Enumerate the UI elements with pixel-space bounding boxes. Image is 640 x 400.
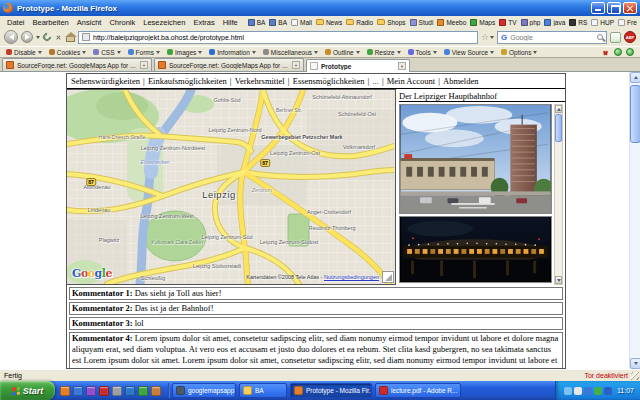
tray-icon[interactable] <box>594 387 602 395</box>
bookmark-item[interactable]: Mail <box>291 19 312 26</box>
devtoolbar-menu[interactable]: Images <box>167 49 202 56</box>
devtoolbar-menu[interactable]: Tools <box>408 49 437 56</box>
minimize-button[interactable] <box>591 2 605 14</box>
status-ok-icon[interactable] <box>614 48 622 56</box>
bookmark-item[interactable]: TV <box>499 19 516 26</box>
taskbar-task[interactable]: Prototype - Mozilla Fir... <box>290 383 372 398</box>
search-icon[interactable] <box>597 34 603 40</box>
bookmark-item[interactable]: BA <box>248 19 266 26</box>
bookmark-item[interactable]: php <box>521 19 541 26</box>
page-nav-link[interactable]: Verkehrsmittel <box>235 76 285 86</box>
tray-icon[interactable] <box>584 387 592 395</box>
devtoolbar-menu[interactable]: Disable <box>6 49 42 56</box>
history-dropdown-icon[interactable] <box>36 36 40 39</box>
photo-scrollbar-thumb[interactable] <box>555 114 562 142</box>
taskbar-task[interactable]: BA <box>239 383 287 398</box>
menu-item[interactable]: Hilfe <box>219 18 242 27</box>
bookmark-item[interactable]: RS <box>569 19 587 26</box>
quick-launch-icon[interactable] <box>86 386 96 396</box>
forward-button[interactable] <box>21 31 33 43</box>
menu-item[interactable]: Datei <box>3 18 29 27</box>
tab-close-icon[interactable] <box>140 61 148 69</box>
menu-item[interactable]: Chronik <box>105 18 139 27</box>
bookmark-item[interactable]: News <box>316 19 342 26</box>
taskbar-task[interactable]: googlemapsapp <box>172 383 236 398</box>
devtoolbar-menu[interactable]: Options <box>501 49 537 56</box>
page-nav-link[interactable]: Mein Account <box>387 76 435 86</box>
devtoolbar-menu[interactable]: Information <box>209 49 256 56</box>
reload-button[interactable] <box>41 31 52 42</box>
scrollbar-up-icon[interactable] <box>630 72 640 83</box>
bookmark-item[interactable]: java <box>544 19 565 26</box>
bookmark-item[interactable]: Radio <box>346 19 373 26</box>
tor-status[interactable]: Tor deaktiviert <box>584 372 636 379</box>
devtoolbar-menu[interactable]: View Source <box>444 49 494 56</box>
quick-launch-icon[interactable] <box>73 386 83 396</box>
overview-map-toggle[interactable] <box>382 271 394 283</box>
quick-launch-icon[interactable] <box>60 386 70 396</box>
status-ok2-icon[interactable] <box>626 48 634 56</box>
bookmark-item[interactable]: Freenet <box>618 19 637 26</box>
google-map[interactable]: Gohlis-SüdSchönefeld-AbtnaundorfSchönefe… <box>67 89 396 285</box>
page-nav-link[interactable]: Essensmöglichkeiten <box>293 76 365 86</box>
browser-tab[interactable]: SourceForge.net: GoogleMaps App for ... <box>154 58 304 71</box>
scroll-up-icon[interactable] <box>555 105 562 113</box>
main-scrollbar-thumb[interactable] <box>630 85 640 143</box>
menu-item[interactable]: Ansicht <box>73 18 106 27</box>
close-button[interactable] <box>623 2 637 14</box>
search-input[interactable] <box>510 34 594 41</box>
url-input[interactable] <box>93 34 474 41</box>
taskbar-clock[interactable]: 11:07 <box>617 387 634 394</box>
taskbar-task[interactable]: lecture.pdf - Adobe R... <box>375 383 461 398</box>
scroll-down-icon[interactable] <box>555 276 562 284</box>
page-nav-link[interactable]: Abmelden <box>443 76 478 86</box>
browser-tab[interactable]: Prototype <box>306 59 410 72</box>
bookmark-star-button[interactable]: ☆ <box>481 32 494 42</box>
terms-link[interactable]: Nutzungsbedingungen <box>324 274 379 280</box>
start-button[interactable]: Start <box>0 381 55 400</box>
url-bar[interactable] <box>78 31 478 44</box>
devtoolbar-menu[interactable]: Forms <box>128 49 160 56</box>
devtoolbar-menu[interactable]: Miscellaneous <box>263 49 318 56</box>
quick-launch-icon[interactable] <box>112 386 122 396</box>
page-nav-link[interactable]: Einkaufsmöglichkeiten <box>148 76 227 86</box>
tray-icon[interactable] <box>574 387 582 395</box>
quick-launch-icon[interactable] <box>125 386 135 396</box>
search-box[interactable]: G <box>497 31 607 44</box>
bookmark-item[interactable]: Shops <box>377 19 405 26</box>
title-bar[interactable]: Prototype - Mozilla Firefox <box>0 0 640 16</box>
scrollbar-down-icon[interactable] <box>630 358 640 369</box>
tab-close-icon[interactable] <box>292 61 300 69</box>
bookmark-item[interactable]: HUP <box>591 19 614 26</box>
main-scrollbar[interactable] <box>629 72 640 369</box>
devtoolbar-menu[interactable]: Outline <box>325 49 360 56</box>
back-button[interactable] <box>4 30 18 44</box>
adblock-icon[interactable]: ABP <box>624 31 636 43</box>
menu-item[interactable]: Lesezeichen <box>139 18 189 27</box>
browser-tab[interactable]: SourceForge.net: GoogleMaps App for ... <box>2 58 152 71</box>
tray-icon[interactable] <box>604 387 612 395</box>
tab-close-icon[interactable] <box>398 62 406 70</box>
page-nav-link[interactable]: ... <box>372 76 378 86</box>
maximize-button[interactable] <box>607 2 621 14</box>
bookmark-item[interactable]: Maps <box>470 19 495 26</box>
stop-button[interactable] <box>54 33 63 42</box>
bookmark-item[interactable]: BA <box>269 19 287 26</box>
home-button[interactable] <box>66 36 75 42</box>
devtoolbar-menu[interactable]: Resize <box>367 49 401 56</box>
quick-launch-icon[interactable] <box>99 386 109 396</box>
tray-icon[interactable] <box>564 387 572 395</box>
resize-grip[interactable] <box>631 372 639 380</box>
page-nav-link[interactable]: Sehenswürdigkeiten <box>71 76 140 86</box>
menu-item[interactable]: Extras <box>189 18 218 27</box>
extension-icon[interactable] <box>610 32 621 43</box>
error-icon[interactable] <box>601 48 610 57</box>
bookmark-item[interactable]: Studi <box>410 19 434 26</box>
devtoolbar-menu[interactable]: Cookies <box>49 49 86 56</box>
photo-scrollbar[interactable] <box>554 104 563 285</box>
devtoolbar-menu[interactable]: CSS <box>93 49 120 56</box>
menu-item[interactable]: Bearbeiten <box>29 18 73 27</box>
bookmark-item[interactable]: Meebo <box>437 19 466 26</box>
quick-launch-icon[interactable] <box>151 386 161 396</box>
quick-launch-icon[interactable] <box>138 386 148 396</box>
